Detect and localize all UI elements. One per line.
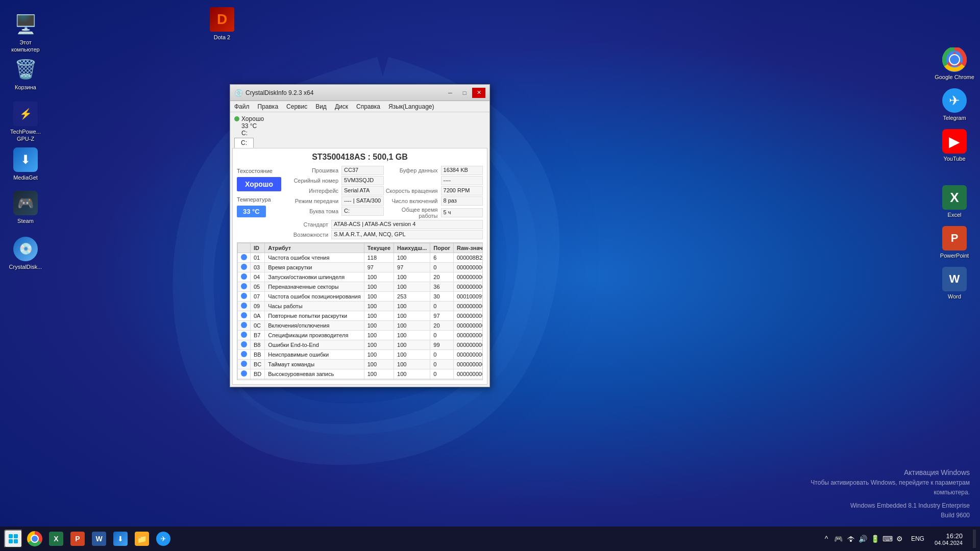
icon-excel-right[interactable]: X Excel [929,181,980,222]
system-tray: ^ 🎮 🔊 🔋 ⌨ ⚙ [821,534,905,544]
row-thresh: 0 [430,350,454,360]
svg-rect-5 [9,534,13,538]
icon-this-computer[interactable]: 🖥️ Этот компьютер [5,10,46,56]
row-worst: 100 [394,282,430,292]
tray-keyboard[interactable]: ⌨ [883,534,893,544]
buffer-label: Буфер данных [385,167,441,173]
taskbar-clock[interactable]: 16:20 04.04.2024 [930,531,967,547]
window-titlebar[interactable]: 💿 CrystalDiskInfo 9.2.3 x64 ─ □ ✕ [230,85,489,101]
taskbar-file-explorer[interactable]: 📁 [132,529,152,549]
row-dot [238,350,251,360]
menu-file[interactable]: Файл [230,102,254,111]
row-thresh: 0 [430,360,454,369]
firmware-label: Прошивка [285,167,341,173]
taskbar-file-icon: 📁 [135,532,149,546]
tray-steam[interactable]: 🎮 [834,534,844,544]
icon-chrome-right[interactable]: Google Chrome [929,43,980,84]
serial-right-row: ---- [385,176,483,185]
table-row[interactable]: 09 Часы работы 100 100 0 000000000005 [238,302,483,311]
icon-word-label: Word [948,293,961,299]
watermark-line2: Чтобы активировать Windows, перейдите к … [811,478,970,488]
table-row[interactable]: BB Неисправимые ошибки 100 100 0 0000000… [238,350,483,360]
table-row[interactable]: 0A Повторные попытки раскрутки 100 100 9… [238,311,483,321]
icon-crystaldisk[interactable]: 💿 CrystalDisk... [5,235,46,272]
standard-row: Стандарт ATA8-ACS | ATA8-ACS version 4 [285,220,483,229]
tray-arrow[interactable]: ^ [821,534,831,544]
tray-settings[interactable]: ⚙ [895,534,905,544]
taskbar-ppt[interactable]: P [67,529,88,549]
youtube-right-icon: ▶ [942,129,967,154]
drive-tab-c[interactable]: C: [234,138,254,148]
row-cur: 100 [364,321,394,331]
minimize-button[interactable]: ─ [444,88,457,98]
row-worst: 97 [394,263,430,272]
row-worst: 100 [394,369,430,379]
taskbar-excel[interactable]: X [46,529,66,549]
icon-dota2[interactable]: D Dota 2 [202,5,242,43]
row-id: BE [251,379,265,381]
row-worst: 100 [394,321,430,331]
tray-battery[interactable]: 🔋 [870,534,880,544]
row-dot [238,340,251,350]
status-text: Хорошо [234,115,264,122]
taskbar-chrome[interactable] [24,529,45,549]
row-raw: 000000000005 [454,302,483,311]
volume-row: Буква тома C: [285,207,383,216]
menu-disk[interactable]: Диск [331,102,352,111]
row-dot [238,360,251,369]
table-row[interactable]: 01 Частота ошибок чтения 118 100 6 00000… [238,253,483,263]
taskbar-mediaget[interactable]: ⬇ [110,529,131,549]
row-raw: 000000000000 [454,360,483,369]
table-row[interactable]: 07 Частота ошибок позиционирования 100 2… [238,292,483,302]
row-dot [238,331,251,340]
table-row[interactable]: BD Высокоуровневая запись 100 100 0 0000… [238,369,483,379]
icon-word-right[interactable]: W Word [929,263,980,304]
table-row[interactable]: BE Температура воздушного потока 67 62 4… [238,379,483,381]
col-cur: Текущее [364,243,394,253]
desktop-icons: 🖥️ Этот компьютер 🗑️ Корзина ⚡ TechPowe.… [0,0,980,527]
close-button[interactable]: ✕ [472,88,485,98]
table-row[interactable]: 03 Время раскрутки 97 97 0 000000000000 [238,263,483,272]
menu-edit[interactable]: Правка [254,102,283,111]
icon-mediaget[interactable]: ⬇ MediaGet [5,145,46,183]
tray-sound[interactable]: 🔊 [858,534,868,544]
taskbar-word[interactable]: W [89,529,109,549]
temp-display: 33 °C [241,122,264,130]
icon-powerpoint-right[interactable]: P PowerPoint [929,222,980,263]
table-row[interactable]: 0C Включения/отключения 100 100 20 00000… [238,321,483,331]
menu-help[interactable]: Справка [352,102,384,111]
show-desktop-button[interactable] [973,530,976,548]
computer-icon: 🖥️ [13,12,38,37]
table-row[interactable]: 05 Переназначенные секторы 100 100 36 00… [238,282,483,292]
language-indicator[interactable]: ENG [909,534,926,543]
status-badge-area: Техсостояние Хорошо Температура 33 °С [237,166,281,239]
menu-language[interactable]: Язык(Language) [384,102,438,111]
icon-youtube-right[interactable]: ▶ YouTube [929,125,980,166]
row-dot [238,253,251,263]
row-id: 04 [251,272,265,282]
taskbar-telegram[interactable]: ✈ [153,529,174,549]
table-row[interactable]: 04 Запуски/остановки шпинделя 100 100 20… [238,272,483,282]
table-row[interactable]: B7 Спецификации производителя 100 100 0 … [238,331,483,340]
temp-label: Температура [237,196,271,203]
icon-techpowerup[interactable]: ⚡ TechPowe...GPU-Z [5,99,46,145]
smart-table-container[interactable]: ID Атрибут Текущее Наихудш... Порог Raw-… [237,242,483,380]
rotation-row: Скорость вращения 7200 RPM [385,186,483,195]
table-row[interactable]: BC Таймаут команды 100 100 0 00000000000… [238,360,483,369]
menu-service[interactable]: Сервис [282,102,311,111]
temp-badge[interactable]: 33 °С [237,206,266,217]
col-thresh: Порог [430,243,454,253]
power-time-label: Общее время работы [385,207,441,219]
icon-telegram-right[interactable]: ✈ Telegram [929,84,980,125]
start-button[interactable] [4,530,22,548]
icon-steam[interactable]: 🎮 Steam [5,189,46,227]
good-badge[interactable]: Хорошо [237,177,281,191]
buffer-row: Буфер данных 16384 KB [385,166,483,175]
row-id: 07 [251,292,265,302]
row-attr: Включения/отключения [265,321,364,331]
tray-network[interactable] [846,534,856,544]
maximize-button[interactable]: □ [458,88,471,98]
menu-view[interactable]: Вид [311,102,331,111]
table-row[interactable]: B8 Ошибки End-to-End 100 100 99 00000000… [238,340,483,350]
icon-trash[interactable]: 🗑️ Корзина [5,55,46,93]
